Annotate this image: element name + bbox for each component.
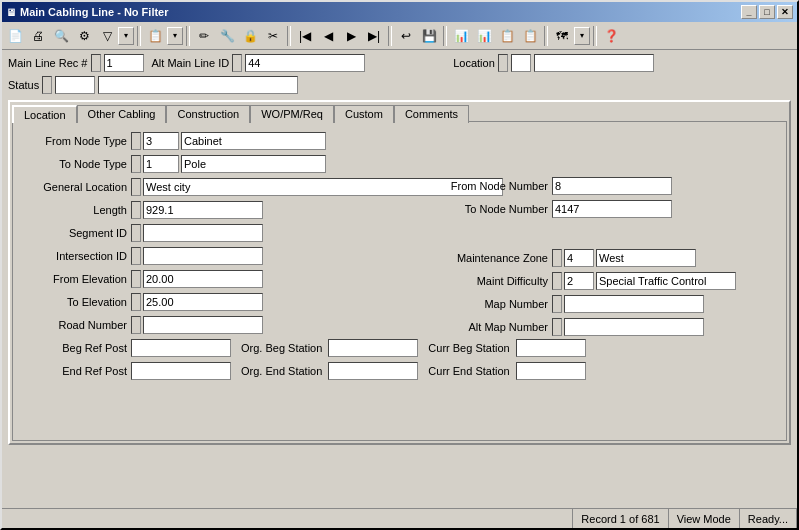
map-dropdown[interactable]: ▾ [574,27,590,45]
save-button[interactable]: 💾 [418,25,440,47]
to-node-number-input[interactable] [552,200,672,218]
map-number-input[interactable] [564,295,704,313]
location-indicator [498,54,508,72]
first-record-button[interactable]: |◀ [294,25,316,47]
report4-button[interactable]: 📋 [519,25,541,47]
report1-button[interactable]: 📊 [450,25,472,47]
status-row: Status [8,76,791,94]
map-button[interactable]: 🗺 [551,25,573,47]
beg-ref-post-label: Beg Ref Post [21,342,131,354]
maint-difficulty-label: Maint Difficulty [422,275,552,287]
curr-end-station-input[interactable] [516,362,586,380]
from-node-number-label: From Node Number [422,180,552,192]
org-end-station-label: Org. End Station [241,365,322,377]
sep6 [544,26,548,46]
tools-button[interactable]: 🔧 [216,25,238,47]
status-bar: Record 1 of 681 View Mode Ready... [2,508,797,528]
to-node-type-input[interactable] [143,155,179,173]
new-button[interactable]: 📄 [4,25,26,47]
maintenance-zone-input[interactable] [564,249,594,267]
maintenance-zone-text-input[interactable] [596,249,696,267]
location-label: Location [453,57,495,69]
search-button[interactable]: 🔍 [50,25,72,47]
from-elevation-input[interactable] [143,270,263,288]
help-button[interactable]: ❓ [600,25,622,47]
edit-button[interactable]: ✏ [193,25,215,47]
alt-map-number-indicator [552,318,562,336]
print-button[interactable]: 🖨 [27,25,49,47]
intersection-id-input[interactable] [143,247,263,265]
page-dropdown[interactable]: ▾ [167,27,183,45]
settings-button[interactable]: ⚙ [73,25,95,47]
main-line-rec-input[interactable] [104,54,144,72]
main-line-rec-label: Main Line Rec # [8,57,88,69]
from-node-type-text-input[interactable] [181,132,326,150]
maint-difficulty-field [552,272,762,290]
from-elevation-indicator [131,270,141,288]
alt-main-line-id-indicator [232,54,242,72]
location-input[interactable] [534,54,654,72]
prev-record-button[interactable]: ◀ [317,25,339,47]
filter-combo[interactable]: ▽ ▾ [96,25,134,47]
from-node-type-input[interactable] [143,132,179,150]
minimize-button[interactable]: _ [741,5,757,19]
tab-location[interactable]: Location [12,105,77,123]
next-record-button[interactable]: ▶ [340,25,362,47]
close-button[interactable]: ✕ [777,5,793,19]
length-input[interactable] [143,201,263,219]
beg-ref-post-input[interactable] [131,339,231,357]
status-input[interactable] [55,76,95,94]
sep3 [287,26,291,46]
main-line-rec-indicator [91,54,101,72]
form-layout: From Node Type To Node Type [21,132,778,385]
to-node-type-text-input[interactable] [181,155,326,173]
to-elevation-input[interactable] [143,293,263,311]
tab-comments[interactable]: Comments [394,105,469,123]
tab-custom[interactable]: Custom [334,105,394,123]
maint-difficulty-text-input[interactable] [596,272,736,290]
end-ref-post-row: End Ref Post Org. End Station Curr End S… [21,362,778,380]
location-group: Location [453,54,654,72]
road-number-label: Road Number [21,319,131,331]
length-label: Length [21,204,131,216]
segment-id-input[interactable] [143,224,263,242]
from-node-number-input[interactable] [552,177,672,195]
map-number-field [552,295,762,313]
org-end-station-input[interactable] [328,362,418,380]
alt-main-line-id-input[interactable] [245,54,365,72]
cut-button[interactable]: ✂ [262,25,284,47]
report3-button[interactable]: 📋 [496,25,518,47]
undo-button[interactable]: ↩ [395,25,417,47]
maintenance-zone-label: Maintenance Zone [422,252,552,264]
end-ref-post-input[interactable] [131,362,231,380]
maint-difficulty-input[interactable] [564,272,594,290]
tab-construction[interactable]: Construction [166,105,250,123]
location-check-input[interactable] [511,54,531,72]
app-icon: 🖥 [6,7,16,18]
org-beg-station-label: Org. Beg Station [241,342,322,354]
general-location-label: General Location [21,181,131,193]
title-bar-buttons[interactable]: _ □ ✕ [741,5,793,19]
lock-button[interactable]: 🔒 [239,25,261,47]
page-combo[interactable]: ▾ [167,27,183,45]
tab-wo-pm-req[interactable]: WO/PM/Req [250,105,334,123]
org-beg-station-input[interactable] [328,339,418,357]
filter-button[interactable]: ▽ [96,25,118,47]
status-text-input[interactable] [98,76,298,94]
tab-other-cabling[interactable]: Other Cabling [77,105,167,123]
page-button[interactable]: 📋 [144,25,166,47]
map-combo[interactable]: ▾ [574,27,590,45]
maintenance-zone-row: Maintenance Zone [422,249,762,267]
curr-beg-station-input[interactable] [516,339,586,357]
report2-button[interactable]: 📊 [473,25,495,47]
road-number-input[interactable] [143,316,263,334]
alt-map-number-input[interactable] [564,318,704,336]
filter-dropdown-arrow[interactable]: ▾ [118,27,134,45]
to-node-type-field [131,155,778,173]
from-node-type-indicator [131,132,141,150]
maximize-button[interactable]: □ [759,5,775,19]
alt-main-line-id-label: Alt Main Line ID [152,57,230,69]
from-node-number-row: From Node Number [422,177,762,195]
last-record-button[interactable]: ▶| [363,25,385,47]
main-line-rec-group: Main Line Rec # [8,54,144,72]
